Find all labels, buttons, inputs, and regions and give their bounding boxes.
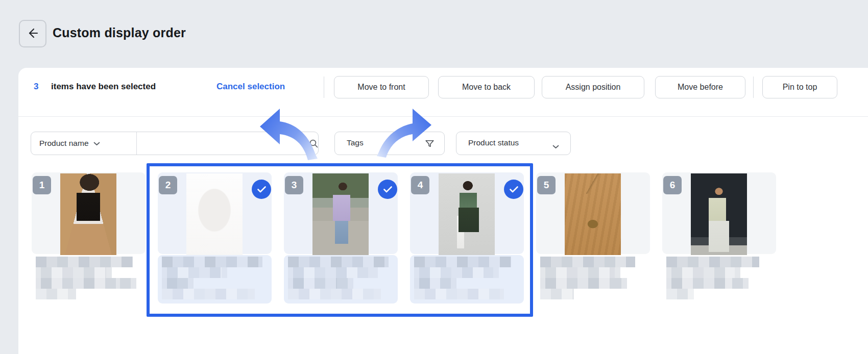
blurred-text-row	[288, 267, 378, 278]
position-badge: 4	[411, 176, 429, 194]
blurred-text-row	[540, 257, 635, 267]
search-field-selector[interactable]: Product name	[31, 132, 136, 155]
position-badge: 2	[159, 176, 177, 194]
blurred-text-row	[36, 278, 136, 289]
product-status-label: Product status	[468, 138, 519, 147]
blurred-text-row	[162, 289, 255, 299]
assign-position-button[interactable]: Assign position	[542, 76, 644, 98]
product-card-2[interactable]: 2	[158, 172, 272, 304]
blurred-text-row	[288, 278, 353, 289]
blurred-text-row	[288, 289, 381, 299]
product-status-dropdown[interactable]: Product status	[456, 132, 571, 155]
blurred-text-row	[36, 257, 133, 267]
blurred-text-row	[666, 278, 749, 289]
move-to-back-button[interactable]: Move to back	[438, 76, 535, 98]
back-arrow-icon	[26, 27, 39, 41]
pin-to-top-button[interactable]: Pin to top	[762, 76, 837, 98]
blurred-text-row	[162, 278, 194, 289]
blurred-text-row	[288, 257, 389, 267]
position-badge: 5	[537, 176, 556, 194]
chevron-down-icon	[93, 139, 100, 148]
move-to-front-button[interactable]: Move to front	[334, 76, 429, 98]
product-card-1[interactable]: 1	[32, 172, 146, 304]
blurred-product-name	[414, 257, 520, 299]
product-card-5[interactable]: 5	[536, 172, 650, 304]
blurred-text-row	[36, 289, 76, 299]
blurred-text-row	[414, 257, 511, 267]
blurred-text-row	[162, 267, 227, 278]
product-photo	[60, 173, 116, 255]
product-photo	[439, 173, 495, 255]
blurred-text-row	[414, 267, 499, 278]
position-badge: 3	[285, 176, 303, 194]
product-card-4[interactable]: 4	[410, 172, 524, 304]
selected-check-icon	[504, 180, 523, 199]
selected-check-icon	[252, 180, 271, 199]
product-photo	[186, 173, 243, 255]
search-icon	[309, 139, 319, 150]
blurred-text-row	[540, 278, 627, 289]
filter-funnel-icon	[424, 138, 435, 151]
blurred-text-row	[666, 289, 694, 299]
toolbar-divider	[324, 77, 324, 98]
back-button[interactable]	[19, 20, 46, 47]
tags-filter-label: Tags	[347, 138, 364, 147]
custom-display-order-page: Custom display order 3 items have been s…	[0, 0, 868, 354]
blurred-product-name	[36, 257, 141, 299]
blurred-text-row	[540, 289, 574, 299]
selected-check-icon	[378, 180, 397, 199]
search-field-label: Product name	[39, 139, 89, 148]
blurred-product-name	[288, 257, 394, 299]
search-input[interactable]	[137, 132, 315, 155]
product-card-6[interactable]: 6	[662, 172, 776, 304]
page-title: Custom display order	[53, 26, 186, 40]
selected-text: items have been selected	[51, 82, 156, 92]
blurred-product-name	[162, 257, 268, 299]
toolbar-divider-2	[753, 77, 754, 98]
blurred-product-name	[540, 257, 646, 299]
product-photo	[691, 173, 747, 255]
blurred-text-row	[414, 278, 456, 289]
blurred-text-row	[162, 257, 262, 267]
product-card-3[interactable]: 3	[284, 172, 398, 304]
blurred-text-row	[414, 289, 504, 299]
chevron-down-icon	[552, 142, 559, 151]
product-photo	[312, 173, 369, 255]
product-photo	[565, 173, 621, 255]
position-badge: 6	[663, 176, 682, 194]
search-combo: Product name	[31, 132, 319, 155]
blurred-text-row	[666, 267, 740, 278]
toolbar-separator	[18, 116, 868, 117]
move-before-button[interactable]: Move before	[655, 76, 745, 98]
blurred-text-row	[540, 267, 620, 278]
blurred-product-name	[666, 257, 772, 299]
tags-filter-button[interactable]: Tags	[334, 132, 445, 155]
blurred-text-row	[36, 267, 112, 278]
blurred-text-row	[666, 257, 759, 267]
position-badge: 1	[33, 176, 51, 194]
selected-count: 3	[34, 82, 38, 92]
cancel-selection-link[interactable]: Cancel selection	[216, 82, 285, 92]
